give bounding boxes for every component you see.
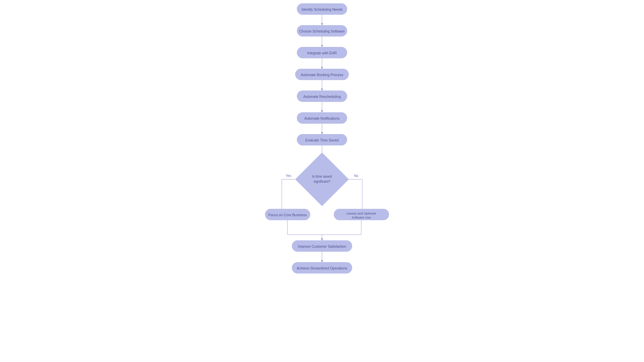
yes-label: Yes [286, 174, 291, 178]
decision-label-2: significant? [314, 180, 330, 183]
svg-rect-7 [295, 69, 349, 80]
node-automate-booking-label: Automate Booking Process [301, 73, 343, 77]
svg-rect-1 [297, 3, 347, 15]
node-assess-label-2: Software Use [352, 216, 371, 219]
no-label: No [354, 174, 359, 178]
node-evaluate-label: Evaluate Time Saved [305, 138, 338, 142]
svg-rect-29 [292, 240, 352, 252]
flowchart-container: Identify Scheduling Needs Choose Schedul… [255, 0, 389, 362]
decision-label-1: Is time saved [312, 175, 332, 178]
svg-marker-15 [295, 153, 349, 206]
node-improve-label: Improve Customer Satisfaction [298, 244, 346, 248]
flowchart-svg: Identify Scheduling Needs Choose Schedul… [255, 0, 389, 362]
node-notif-label: Automate Notifications [304, 116, 339, 120]
svg-rect-5 [297, 47, 347, 58]
svg-rect-3 [297, 25, 347, 37]
svg-rect-11 [297, 112, 347, 124]
node-assess-label-1: Assess and Optimize [346, 212, 376, 215]
node-resched-label: Automate Rescheduling [303, 95, 341, 99]
svg-rect-9 [297, 90, 347, 102]
node-integrate-label: Integrate with EHR [307, 51, 337, 55]
node-identify-label: Identify Scheduling Needs [302, 7, 342, 11]
node-focus-label: Focus on Core Business [268, 213, 307, 217]
svg-rect-23 [334, 209, 389, 220]
node-achieve-label: Achieve Streamlined Operations [297, 266, 347, 270]
node-choose-label: Choose Scheduling Software [299, 29, 345, 33]
svg-rect-13 [297, 134, 347, 145]
svg-rect-22 [265, 209, 310, 220]
svg-rect-31 [292, 262, 352, 274]
